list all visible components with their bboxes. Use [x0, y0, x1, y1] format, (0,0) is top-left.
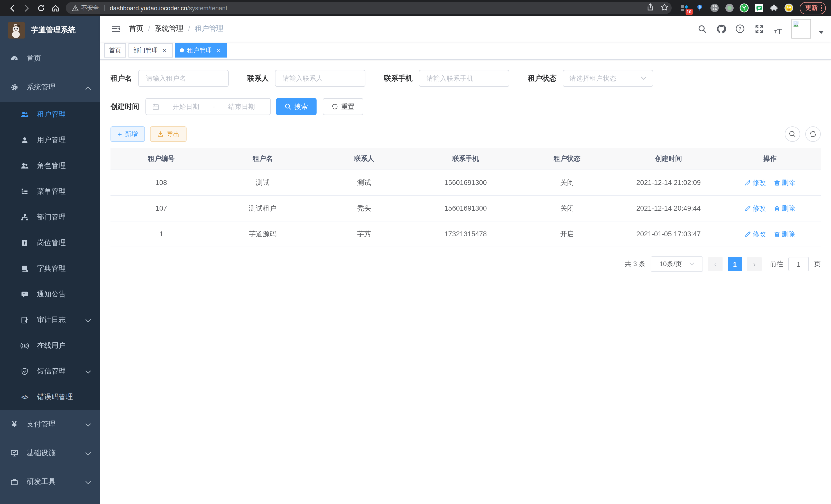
- edit-pen-icon: [745, 231, 751, 237]
- ext-record-icon[interactable]: [725, 3, 734, 12]
- online-icon: [21, 342, 29, 350]
- edit-pen-icon: [745, 180, 751, 186]
- search-icon: [285, 103, 291, 110]
- search-button[interactable]: 搜索: [276, 98, 317, 115]
- header-search-icon[interactable]: [696, 22, 708, 35]
- ext-tabs-icon[interactable]: 10: [680, 3, 689, 12]
- browser-menu-icon[interactable]: [821, 5, 822, 11]
- back-icon[interactable]: [5, 2, 20, 14]
- table-row: 107 测试租户 秃头 15601691300 关闭 2021-12-14 20…: [111, 196, 821, 221]
- tag-tenant[interactable]: 租户管理 ×: [175, 43, 227, 58]
- share-icon[interactable]: [647, 3, 654, 13]
- sidebar-item-role[interactable]: 角色管理: [0, 153, 100, 179]
- next-page-button[interactable]: ›: [747, 257, 762, 271]
- reset-button[interactable]: 重置: [323, 98, 363, 115]
- log-icon: [21, 316, 29, 324]
- hamburger-icon[interactable]: [107, 21, 124, 37]
- mobile-label: 联系手机: [384, 74, 413, 83]
- sidebar-item-notice[interactable]: 通知公告: [0, 281, 100, 307]
- github-icon[interactable]: [715, 22, 727, 35]
- mobile-input[interactable]: [426, 74, 503, 83]
- download-icon: [157, 131, 164, 137]
- prev-page-button[interactable]: ‹: [708, 257, 722, 271]
- tenant-table: 租户编号 租户名 联系人 联系手机 租户状态 创建时间 操作 108 测试: [111, 148, 821, 247]
- breadcrumb-system[interactable]: 系统管理: [155, 24, 183, 33]
- delete-link[interactable]: 删除: [774, 178, 795, 187]
- extensions-puzzle-icon[interactable]: [769, 3, 779, 12]
- sidebar-item-tenant[interactable]: 租户管理: [0, 102, 100, 127]
- forward-icon[interactable]: [20, 2, 34, 14]
- ext-command-icon[interactable]: [710, 3, 719, 12]
- page-size-select[interactable]: 10条/页: [651, 256, 703, 272]
- delete-link[interactable]: 删除: [774, 204, 795, 213]
- sidebar-item-label: 菜单管理: [37, 187, 66, 196]
- tag-close-icon[interactable]: ×: [215, 47, 222, 54]
- sidebar-item-dev-tools[interactable]: 研发工具: [0, 468, 100, 496]
- svg-text:?: ?: [739, 26, 742, 32]
- export-button[interactable]: 导出: [150, 126, 187, 142]
- cell-created: 2021-12-14 20:49:44: [618, 196, 719, 221]
- sidebar-item-label: 错误码管理: [37, 392, 73, 402]
- edit-link[interactable]: 修改: [745, 229, 766, 239]
- cell-created: 2021-12-14 21:02:09: [618, 170, 719, 196]
- refresh-table-button[interactable]: [805, 126, 821, 142]
- sidebar-item-infra[interactable]: 基础设施: [0, 439, 100, 468]
- reload-icon[interactable]: [34, 2, 48, 14]
- chevron-down-icon: [85, 367, 91, 376]
- tenant-name-input[interactable]: [145, 74, 222, 83]
- status-select[interactable]: 请选择租户状态: [563, 70, 653, 87]
- ext-chat-icon[interactable]: [754, 3, 764, 12]
- fullscreen-icon[interactable]: [753, 22, 765, 35]
- ext-y-icon[interactable]: [740, 3, 749, 12]
- contact-label: 联系人: [247, 74, 269, 83]
- chevron-down-icon: [85, 316, 91, 324]
- edit-link[interactable]: 修改: [745, 204, 766, 213]
- avatar[interactable]: [792, 19, 811, 38]
- help-icon[interactable]: ?: [735, 22, 746, 35]
- profile-avatar-icon[interactable]: [784, 3, 794, 12]
- avatar-caret-icon[interactable]: [819, 31, 824, 34]
- security-status[interactable]: 不安全: [72, 4, 99, 12]
- goto-page-input[interactable]: [789, 257, 809, 271]
- sidebar-item-home[interactable]: 首页: [0, 44, 100, 73]
- sidebar-item-pay[interactable]: ¥ 支付管理: [0, 410, 100, 439]
- ext-kite-icon[interactable]: [695, 3, 704, 12]
- sidebar-item-label: 支付管理: [27, 420, 56, 429]
- chrome-update-button[interactable]: 更新: [800, 2, 826, 14]
- sidebar-item-online-users[interactable]: 在线用户: [0, 333, 100, 359]
- cell-mobile: 15601691300: [415, 196, 516, 221]
- sidebar-item-system[interactable]: 系统管理: [0, 73, 100, 102]
- sidebar-item-user[interactable]: 用户管理: [0, 127, 100, 153]
- breadcrumb-current: 租户管理: [195, 24, 224, 33]
- add-button[interactable]: + 新增: [111, 126, 145, 142]
- breadcrumb-home[interactable]: 首页: [129, 24, 143, 33]
- sidebar-item-dept[interactable]: 部门管理: [0, 205, 100, 230]
- address-bar[interactable]: 不安全 dashboard.yudao.iocoder.cn/system/te…: [66, 2, 672, 14]
- sidebar-item-sms[interactable]: 短信管理: [0, 359, 100, 384]
- home-icon[interactable]: [48, 2, 63, 14]
- sidebar-item-audit-log[interactable]: 审计日志: [0, 307, 100, 333]
- tag-active-dot: [180, 48, 184, 52]
- tag-close-icon[interactable]: ×: [161, 47, 168, 54]
- dashboard-icon: [10, 55, 19, 63]
- contact-input[interactable]: [282, 74, 359, 83]
- logo-row[interactable]: 芋道管理系统: [0, 16, 100, 44]
- tag-home[interactable]: 首页: [104, 43, 126, 58]
- chevron-down-icon: [85, 478, 91, 486]
- sidebar-item-error-code[interactable]: </> 错误码管理: [0, 384, 100, 410]
- extension-strip: 10: [680, 3, 794, 12]
- show-search-toggle[interactable]: [785, 126, 800, 142]
- sidebar-item-dict[interactable]: 字典管理: [0, 256, 100, 281]
- tags-view: 首页 部门管理 × 租户管理 ×: [100, 41, 831, 60]
- sidebar-item-menu[interactable]: 菜单管理: [0, 179, 100, 205]
- tag-dept[interactable]: 部门管理 ×: [128, 43, 173, 58]
- delete-link[interactable]: 删除: [774, 229, 795, 239]
- col-tenant-name: 租户名: [212, 148, 314, 170]
- date-range-picker[interactable]: 开始日期 - 结束日期: [145, 98, 271, 115]
- yen-icon: ¥: [10, 420, 19, 428]
- sidebar-item-post[interactable]: 岗位管理: [0, 230, 100, 256]
- bookmark-star-icon[interactable]: [660, 3, 668, 13]
- current-page[interactable]: 1: [728, 257, 742, 271]
- edit-link[interactable]: 修改: [745, 178, 766, 187]
- font-size-icon[interactable]: TT: [772, 22, 784, 35]
